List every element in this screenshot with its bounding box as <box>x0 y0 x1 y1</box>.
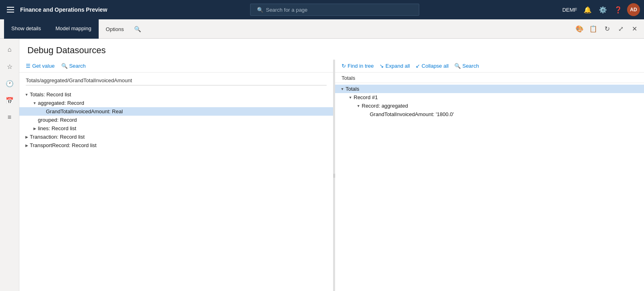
left-panel: ☰ Get value 🔍 Search Totals/aggregated/G… <box>19 60 333 291</box>
expand-all-icon: ↘ <box>379 63 384 69</box>
toolbar-right: 🎨 📋 ↻ ⤢ ✕ <box>574 23 644 35</box>
tab-show-details[interactable]: Show details <box>4 19 48 39</box>
right-tree-node-record1[interactable]: ▼ Record #1 <box>335 93 644 102</box>
get-value-icon: ☰ <box>26 63 31 69</box>
node-label-grand-total: GrandTotalInvoicedAmount: Real <box>46 108 123 114</box>
toolbar-search-icon[interactable]: 🔍 <box>134 26 141 32</box>
toggle-aggregated[interactable]: ▼ <box>31 101 38 105</box>
collapse-all-label: Collapse all <box>422 63 449 69</box>
find-in-tree-button[interactable]: ↻ Find in tree <box>342 63 374 69</box>
right-toggle-grand <box>363 112 370 116</box>
sidebar-recent[interactable]: 🕐 <box>2 76 17 91</box>
left-search-button[interactable]: 🔍 Search <box>61 63 86 69</box>
right-tree-node-totals[interactable]: ▼ Totals <box>335 85 644 93</box>
tree-node-aggregated[interactable]: ▼ aggregated: Record <box>19 99 333 107</box>
layers-icon-button[interactable]: 📋 <box>588 23 599 35</box>
right-search-icon: 🔍 <box>454 63 461 69</box>
find-in-tree-icon: ↻ <box>342 63 346 69</box>
user-avatar[interactable]: AD <box>627 3 640 16</box>
right-search-button[interactable]: 🔍 Search <box>454 63 479 69</box>
right-node-label-record1: Record #1 <box>354 94 378 100</box>
page-title: Debug Datasources <box>19 39 644 60</box>
right-panel: ↻ Find in tree ↘ Expand all ↙ Collapse a… <box>335 60 644 291</box>
debug-area: ☰ Get value 🔍 Search Totals/aggregated/G… <box>19 60 644 291</box>
toggle-grand-total <box>39 110 46 114</box>
right-toggle-aggregated[interactable]: ▼ <box>355 104 362 108</box>
main-layout: ⌂ ☆ 🕐 📅 ≡ Debug Datasources ☰ Get value … <box>0 39 644 291</box>
toggle-transport[interactable]: ▶ <box>23 143 30 148</box>
palette-icon-button[interactable]: 🎨 <box>574 23 585 35</box>
right-search-label: Search <box>462 63 479 69</box>
right-tree-node-grand[interactable]: GrandTotalInvoicedAmount: '1800.0' <box>335 110 644 118</box>
node-label-totals: Totals: Record list <box>30 91 71 98</box>
settings-button[interactable]: ⚙️ <box>596 3 609 16</box>
content-area: Debug Datasources ☰ Get value 🔍 Search T… <box>19 39 644 291</box>
left-search-label: Search <box>69 63 86 69</box>
top-nav: Finance and Operations Preview 🔍 Search … <box>0 0 644 19</box>
tab-model-mapping-label: Model mapping <box>56 25 91 31</box>
get-value-button[interactable]: ☰ Get value <box>26 63 55 69</box>
refresh-icon-button[interactable]: ↻ <box>601 23 613 35</box>
node-label-aggregated: aggregated: Record <box>38 100 84 106</box>
close-icon-button[interactable]: ✕ <box>629 23 640 35</box>
external-icon-button[interactable]: ⤢ <box>615 23 626 35</box>
tree-node-grouped[interactable]: grouped: Record <box>19 116 333 124</box>
right-node-label-grand: GrandTotalInvoicedAmount: '1800.0' <box>370 111 454 117</box>
left-panel-toolbar: ☰ Get value 🔍 Search <box>19 60 333 73</box>
collapse-all-button[interactable]: ↙ Collapse all <box>416 63 449 69</box>
tree-node-grand-total[interactable]: GrandTotalInvoicedAmount: Real <box>19 107 333 116</box>
svg-rect-0 <box>7 7 14 8</box>
node-label-lines: lines: Record list <box>38 125 76 131</box>
tab-show-details-label: Show details <box>11 25 41 31</box>
expand-all-label: Expand all <box>385 63 410 69</box>
search-icon: 🔍 <box>257 7 263 13</box>
app-title: Finance and Operations Preview <box>20 6 107 13</box>
svg-rect-1 <box>7 9 14 10</box>
right-tree-area: ▼ Totals ▼ Record #1 ▼ Record: aggregate… <box>335 83 644 291</box>
global-search-placeholder: Search for a page <box>266 7 307 13</box>
right-panel-label: Totals <box>335 73 644 83</box>
nav-actions: DEMF 🔔 ⚙️ ❓ AD <box>562 3 640 16</box>
path-display: Totals/aggregated/GrandTotalInvoicedAmou… <box>26 76 327 85</box>
find-in-tree-label: Find in tree <box>348 63 374 69</box>
right-toggle-record1[interactable]: ▼ <box>347 96 354 100</box>
right-panel-toolbar: ↻ Find in tree ↘ Expand all ↙ Collapse a… <box>335 60 644 73</box>
left-search-icon: 🔍 <box>61 63 68 69</box>
tree-node-totals[interactable]: ▼ Totals: Record list <box>19 90 333 99</box>
sidebar-modules[interactable]: ≡ <box>2 110 17 125</box>
sidebar-favorites[interactable]: ☆ <box>2 59 17 74</box>
svg-rect-2 <box>7 12 14 12</box>
tab-options-label: Options <box>106 26 124 32</box>
node-label-transaction: Transaction: Record list <box>30 134 85 140</box>
toggle-lines[interactable]: ▶ <box>31 127 38 131</box>
right-node-label-aggregated: Record: aggregated <box>362 103 408 109</box>
sidebar: ⌂ ☆ 🕐 📅 ≡ <box>0 39 19 291</box>
node-label-grouped: grouped: Record <box>38 117 77 123</box>
node-label-transport: TransportRecord: Record list <box>30 142 97 148</box>
hamburger-menu[interactable] <box>4 3 17 16</box>
help-button[interactable]: ❓ <box>612 3 625 16</box>
sidebar-workspaces[interactable]: 📅 <box>2 93 17 108</box>
right-node-label-totals: Totals <box>346 86 359 92</box>
tab-options[interactable]: Options <box>99 19 131 39</box>
toggle-transaction[interactable]: ▶ <box>23 135 30 139</box>
notifications-button[interactable]: 🔔 <box>581 3 594 16</box>
toggle-grouped <box>31 118 38 122</box>
tab-model-mapping[interactable]: Model mapping <box>48 19 99 39</box>
collapse-all-icon: ↙ <box>416 63 420 69</box>
expand-all-button[interactable]: ↘ Expand all <box>379 63 410 69</box>
right-toggle-totals[interactable]: ▼ <box>339 87 346 91</box>
get-value-label: Get value <box>32 63 55 69</box>
global-search-bar[interactable]: 🔍 Search for a page <box>250 4 419 16</box>
right-tree-node-aggregated[interactable]: ▼ Record: aggregated <box>335 102 644 110</box>
left-tree-area: ▼ Totals: Record list ▼ aggregated: Reco… <box>19 89 333 291</box>
tree-node-lines[interactable]: ▶ lines: Record list <box>19 124 333 133</box>
sidebar-home[interactable]: ⌂ <box>2 42 17 57</box>
toolbar: Show details Model mapping Options 🔍 🎨 📋… <box>0 19 644 39</box>
user-company: DEMF <box>562 7 577 13</box>
tree-node-transport[interactable]: ▶ TransportRecord: Record list <box>19 141 333 150</box>
toggle-totals[interactable]: ▼ <box>23 93 30 97</box>
tree-node-transaction[interactable]: ▶ Transaction: Record list <box>19 133 333 141</box>
